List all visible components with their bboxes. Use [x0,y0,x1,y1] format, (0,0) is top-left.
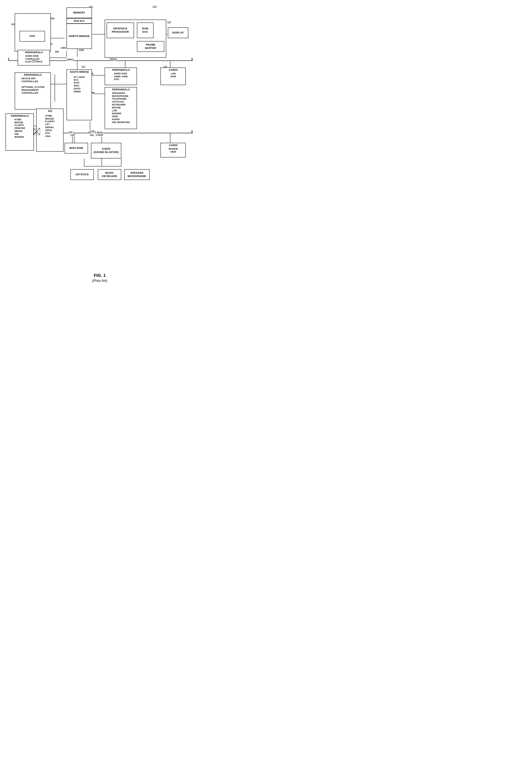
x-cross-icon [33,128,40,135]
ref-1394: 1394 [60,47,66,49]
speaker-microphone-box: SPEAKERMICROPHONE [124,169,150,180]
display-box: DISPLAY [168,27,188,38]
ref-117-label: 117 [82,65,86,68]
ref-108: 108 [55,51,59,53]
agp-label: AGP [79,49,84,52]
isa-bus-text: ISA - X BUS [88,131,102,134]
peripherals-hd-box: PERIPHERALS HARD DISKCONSUMER-ELECTRONIC… [18,50,50,65]
ref-103: 103 [51,17,55,20]
north-bridge-box: NORTH BRIDGE [66,23,92,49]
peripherals-devbay-box: PERIPHERALS DEVICE BAYCONTROLLEROPTIONAL… [15,72,51,109]
sio-box: SIO KYBDMOUSEFLOPPYLPTSERIALGPI/ORTCIrDA [36,108,63,152]
memory-box: MEMORY [66,7,92,18]
mem-bus-label: MEM BUS [66,18,92,24]
audio-box: AUDIO(SOUND BLASTER) [91,143,121,158]
peripherals-kybd-box: PERIPHERALS KYBDMOUSEFLOPPYPRINTERIMAGEH… [6,113,34,151]
frame-buffer-box: FRAMEBUFFER [137,41,164,52]
ref-115-text: 115 \ [68,131,74,134]
peripherals-disk-box: PERIPHERALS HARD DISK100M+ DISKDVD [105,67,137,85]
cpu-box: CPU [19,31,45,42]
ref-123: 123 [153,6,157,8]
ram-dac-box: RAMDAC [137,22,154,38]
svg-text:‖: ‖ [8,58,9,60]
joystick-box: JOYSTICK [70,169,94,180]
music-keyboard-box: MUSICKEYBOARD [98,169,121,180]
bios-rom-box: BIOS ROM [64,143,88,154]
svg-text:‖: ‖ [191,130,193,133]
diagram: ‖ ‖ ‖ ‖ 111 103 107 123 124 126 127 125 … [0,0,200,270]
pci-text: PCI [32,59,37,61]
fig-label: FIG. 1 [0,273,200,278]
cards-modem-box: CARDS MODEMISDN [160,143,186,157]
peripherals-usb-box: PERIPHERALS SPEAKERSMICROPHONETELEPHONEJ… [105,87,137,129]
svg-text:‖: ‖ [191,58,193,60]
ref-127: 127 [167,21,171,24]
fig-sublabel: (Prior Art) [0,279,200,283]
south-bridge-box: SOUTH BRIDGE AT LOGICRTCACPIAPICGPI/ODDM… [66,69,92,120]
cards-lan-box: CARDS LANISDN [160,67,186,85]
ref-119-label: 119 [90,130,94,133]
ref-101-text: 101 [109,58,113,60]
isa-label: ISA - X BUS [90,134,103,137]
ref-101: 101 [113,58,117,60]
pci-label: PCI [70,58,74,61]
graphics-processor-box: GRAPHICSPROCESSOR [107,22,134,38]
ref-115: 115 [70,134,74,137]
